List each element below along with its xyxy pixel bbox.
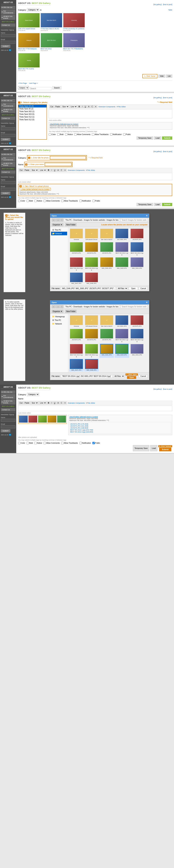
photo-thumb-3[interactable]: University [63,13,85,27]
check-public[interactable] [123,133,126,135]
file-item-img-5[interactable]: JSC5079.JPG [100,242,114,256]
temp-save-btn-2[interactable]: Temporary Save [137,136,153,140]
opt-bold-4[interactable]: Bold [27,442,33,444]
list-gallery-link-3[interactable]: [list gallery] [153,151,162,152]
sidebar-homegroup-2[interactable]: 📁 Homegroup [51,315,67,318]
sidebar-network-1[interactable]: 📁 Network [51,232,67,235]
attached-file-5[interactable]: BEST EN 2014-3.jpg (198.8KB) [70,431,170,433]
file-img-jsc5079-2[interactable]: JSC5079.JPG [100,328,114,343]
sidebar-item-commitments[interactable]: ▶ Our Commitments [1,9,15,14]
check-notice-3[interactable] [34,200,37,202]
check-comments-4[interactable] [43,442,46,444]
editor-size[interactable]: Size810 [61,105,69,108]
check-public-3[interactable] [93,200,95,202]
file-img441-2[interactable]: IMG_5441.JPG [130,343,144,358]
title-input-3[interactable] [50,156,86,159]
file-item-best4-1[interactable]: BEST EN 2014-4.jpg [84,257,99,271]
photo-caption-5[interactable]: BEST EN 2012 [41,48,62,50]
opt-notice[interactable]: Notice [65,133,73,135]
opt-bold[interactable]: Bold [57,133,64,135]
file-img447-2[interactable]: IMG_5447.JPG [69,359,83,371]
sidebar-item-gallery-1[interactable]: BEST EN Gallery [1,20,15,23]
cat-opt-1[interactable]: Think-Tank X0 (2) [19,107,46,110]
cancel-btn-1[interactable]: Cancel [139,287,148,290]
editor-cut-3[interactable]: Cut [19,169,24,172]
check-trackbacks-4[interactable] [61,442,64,444]
category-select-1[interactable]: Category [27,8,39,11]
list-gallery-link-2[interactable]: [list gallery] [153,97,162,99]
filetype-select-1[interactable]: All Files [116,287,128,290]
photo-thumb-1[interactable]: Award Dinner [18,13,40,27]
sidebar-item-contact[interactable]: Contact Us [1,24,15,27]
editor-size-4[interactable]: Size [31,401,38,404]
cat-opt-5[interactable]: Think-Tank X12 (5) [19,118,46,121]
file-item-img341-1[interactable]: IMG_5341.JPG [100,257,114,271]
photo-caption-1[interactable]: 17th IYTA Award Dinner [18,28,40,30]
ext-comp-4[interactable]: Extension Components [68,402,85,404]
file-item-site-2[interactable]: 📁 Site Visit in BLEO [100,315,114,328]
name-input-2[interactable] [1,127,15,130]
opt-trackbacks-4[interactable]: Allow Trackbacks [61,442,78,444]
check-trackbacks[interactable] [92,133,94,135]
how-to-post-link-4[interactable]: [how to post] [163,388,172,390]
sidebar-network-2[interactable]: 📁 Network [51,322,67,326]
attach-link-4[interactable]: Attach/Delete Selected Input to Content [69,416,98,418]
file-item-img446-1[interactable]: IMG_5446.JPG [84,272,99,285]
editor-paste[interactable]: Paste [55,105,61,108]
filename-input-1[interactable] [61,287,116,290]
sidebar-item-who-we-are-4[interactable]: ▶ Who We Are [1,391,15,394]
editor-size-3[interactable]: Size [31,169,38,172]
photo-caption-7[interactable]: BEST EN TTK Austria [18,68,40,70]
editor-cut[interactable]: Cut [49,105,54,108]
opt-comments[interactable]: Allow Comments [74,133,91,135]
opt-notice-4[interactable]: Notice [34,442,42,444]
search-input-dialog-1[interactable] [120,218,148,222]
check-notification-4[interactable] [79,442,82,444]
file-item-gpa-2[interactable]: 📁 GPA Award Dinner [84,315,99,328]
file-img425-2[interactable]: IMG_5425.JPG [115,343,129,358]
extension-components-link[interactable]: Extension Components [99,106,115,107]
attached-file-1[interactable]: JSC5074.JPG (178.4KB) [70,423,170,425]
new-folder-btn-2[interactable]: New Folder [65,310,76,313]
list-gallery-link[interactable]: [list gallery] [153,4,162,5]
sidebar-item-contact-3[interactable]: Contact Us [1,170,15,174]
file-item-img425-1[interactable]: IMG_5425.JPG [115,257,129,271]
editor-x-3[interactable]: ✕ [63,169,67,172]
submit-btn-4-sidebar[interactable]: SUBMIT [1,429,10,432]
opt-comments-4[interactable]: Allow Comments [43,442,60,444]
check-notice-4[interactable] [34,442,37,444]
opt-comments-3[interactable]: Allow Comments [43,200,60,202]
sidebar-item-events-4[interactable]: ▶ All BEST EN Events [1,399,15,404]
attached-file-4[interactable]: BEST EN 2014-1.jpg (204.7KB) [70,429,170,431]
opt-color[interactable]: Color [49,133,56,135]
file-item-img441-1[interactable]: IMG_5441.JPG [130,257,144,271]
file-best3-2[interactable]: BEST EN 2014-3.jpg [69,343,83,358]
file-best4-2[interactable]: BEST EN 2014-4.jpg [84,343,99,358]
html-editor-link[interactable]: HTML Editor [116,106,126,107]
check-color-3[interactable] [18,200,21,202]
search-btn-1[interactable]: Search [53,86,61,89]
photo-caption-3[interactable]: TTTM University of Lambézia [63,28,85,30]
editor-cut-4[interactable]: Cut [19,402,24,404]
name-field-3[interactable] [44,163,72,166]
check-bold-3[interactable] [27,200,29,202]
opt-color-4[interactable]: Color [18,442,25,444]
photo-thumb-5[interactable]: BEST EN 2012 [41,33,62,48]
name-input-1[interactable] [1,34,15,37]
file-item-img-2[interactable]: JSC5075.JPG [130,228,144,241]
check-comments-3[interactable] [43,200,46,202]
sidebar-this-pc-1[interactable]: 🖥 This PC [51,228,67,232]
path-input-2[interactable] [64,305,120,308]
load-btn-3[interactable]: Load [154,203,161,206]
nav-forward-2[interactable]: → [56,305,60,308]
file-item-general-1[interactable]: 📁 General [69,228,83,241]
editor-a-3[interactable]: A [57,169,60,172]
email-input-1[interactable] [1,41,15,44]
sidebar-item-commitments-2[interactable]: ▶ Our Commitments [1,102,15,107]
opt-notification[interactable]: Notification [110,133,121,135]
check-public-4[interactable] [93,442,95,444]
file-img-jsc5001-2[interactable]: JSC-5001.JPG [115,315,129,328]
file-best2-2[interactable]: BEST EN 2014-2.jpg [130,328,144,343]
editor-x-4[interactable]: ✕ [63,402,67,404]
search-input-1[interactable] [30,87,51,90]
